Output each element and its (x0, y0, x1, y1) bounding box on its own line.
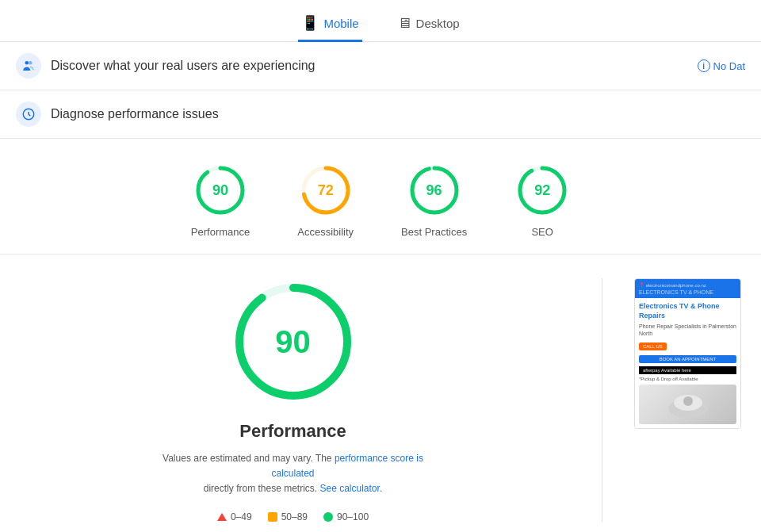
score-label-performance: Performance (191, 226, 250, 238)
desc-link2[interactable]: See calculator. (320, 483, 383, 494)
svg-point-15 (683, 396, 693, 406)
score-circle-seo: 92 (514, 163, 570, 218)
svg-point-1 (29, 61, 33, 65)
desktop-icon: 🖥 (397, 15, 411, 32)
score-item-performance[interactable]: 90 Performance (191, 163, 250, 238)
svg-point-0 (25, 61, 29, 65)
diagnose-icon (16, 101, 41, 127)
score-number-seo: 92 (534, 182, 550, 199)
real-users-title: Discover what your real users are experi… (51, 59, 688, 73)
legend-mid-label: 50–89 (281, 511, 308, 522)
real-users-row: Discover what your real users are experi… (0, 42, 761, 90)
legend-high: 90–100 (323, 511, 369, 522)
circle-icon (323, 512, 333, 522)
score-label-best_practices: Best Practices (401, 226, 467, 238)
legend-low: 0–49 (217, 511, 252, 522)
detail-description: Values are estimated and may vary. The p… (143, 451, 444, 497)
tab-desktop[interactable]: 🖥 Desktop (394, 9, 463, 42)
detail-section: 90 Performance Values are estimated and … (0, 255, 761, 532)
legend-low-label: 0–49 (231, 511, 252, 522)
phone-screenshot: 📍 electronicstvandphone.co.nz ELECTRONIC… (634, 278, 741, 429)
info-icon: i (698, 59, 710, 72)
phone-btn1: CALL US (639, 343, 667, 350)
score-number-performance: 90 (212, 182, 228, 199)
legend-mid: 50–89 (268, 511, 308, 522)
desc-part2: directly from these metrics. (204, 483, 317, 494)
square-icon (268, 512, 277, 522)
no-data-badge[interactable]: i No Dat (698, 59, 745, 72)
phone-btn2: BOOK AN APPOINTMENT (639, 355, 736, 363)
scores-container: 90 Performance 72 Accessibility 96 Best … (0, 139, 761, 255)
phone-afterpay: afterpay Available here (639, 366, 736, 374)
score-item-seo[interactable]: 92 SEO (514, 163, 570, 238)
legend: 0–49 50–89 90–100 (217, 511, 369, 522)
phone-site-name: 📍 electronicstvandphone.co.nz (639, 282, 736, 288)
phone-top-bar: 📍 electronicstvandphone.co.nz ELECTRONIC… (635, 279, 740, 298)
score-circle-performance: 90 (193, 163, 248, 218)
desc-part1: Values are estimated and may vary. The (163, 453, 331, 464)
score-circle-best_practices: 96 (407, 163, 462, 218)
score-label-seo: SEO (531, 226, 553, 238)
diagnose-title: Diagnose performance issues (51, 107, 745, 121)
phone-sub: Phone Repair Specialists in Palmerston N… (639, 323, 736, 337)
real-users-icon (16, 53, 41, 78)
phone-image (639, 385, 736, 424)
big-score-circle: 90 (230, 278, 357, 405)
score-label-accessibility: Accessibility (297, 226, 354, 238)
detail-left: 90 Performance Values are estimated and … (16, 278, 570, 522)
triangle-icon (217, 513, 227, 521)
tab-mobile[interactable]: 📱 Mobile (298, 8, 361, 42)
tabs-bar: 📱 Mobile 🖥 Desktop (0, 0, 761, 42)
tab-mobile-label: Mobile (323, 17, 358, 30)
detail-title: Performance (239, 421, 346, 442)
score-item-accessibility[interactable]: 72 Accessibility (297, 163, 354, 238)
score-item-best_practices[interactable]: 96 Best Practices (401, 163, 467, 238)
divider (602, 278, 602, 522)
no-data-label: No Dat (713, 60, 745, 72)
diagnose-row: Diagnose performance issues (0, 90, 761, 139)
score-number-accessibility: 72 (318, 182, 334, 199)
phone-headline: Electronics TV & Phone Repairs (639, 302, 736, 320)
afterpay-label: afterpay Available here (643, 368, 691, 373)
big-score-number: 90 (275, 324, 311, 360)
phone-content: Electronics TV & Phone Repairs Phone Rep… (635, 298, 740, 428)
score-circle-accessibility: 72 (298, 163, 354, 218)
score-number-best_practices: 96 (426, 182, 442, 199)
phone-top-text: ELECTRONICS TV & PHONE (639, 289, 736, 295)
phone-pickup: *Pickup & Drop off Available (639, 377, 736, 381)
tab-desktop-label: Desktop (416, 17, 460, 30)
legend-high-label: 90–100 (337, 511, 369, 522)
detail-right: 📍 electronicstvandphone.co.nz ELECTRONIC… (634, 278, 745, 429)
mobile-icon: 📱 (301, 14, 319, 32)
